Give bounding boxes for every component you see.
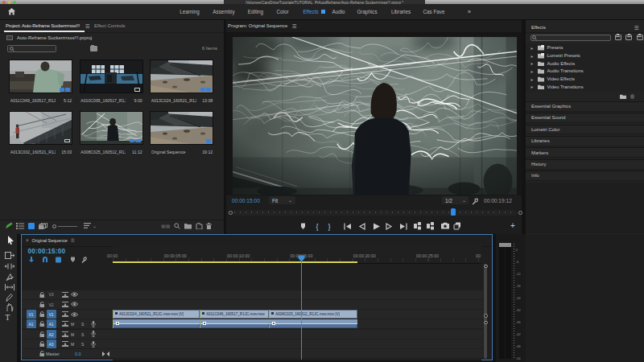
svg-text:{: { — [316, 222, 318, 230]
svg-text:}: } — [328, 222, 330, 230]
